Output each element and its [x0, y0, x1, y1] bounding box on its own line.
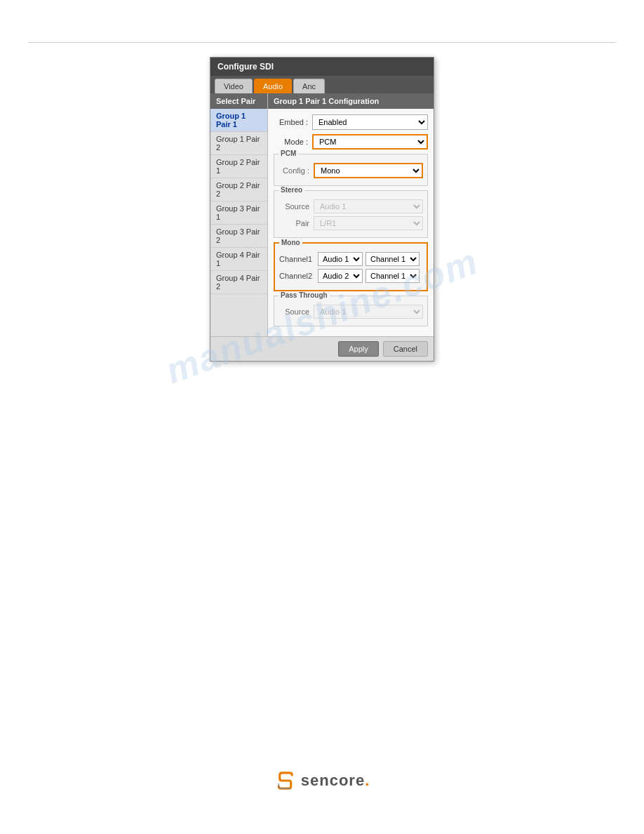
dialog-title-text: Configure SDI [217, 62, 274, 72]
apply-button[interactable]: Apply [338, 341, 379, 357]
sencore-text: sencore. [301, 772, 370, 790]
mode-row: Mode : PCM [274, 134, 428, 150]
stereo-pair-row: Pair L/R1 [279, 216, 423, 230]
stereo-section-title: Stereo [279, 186, 304, 194]
mono-section: Mono Channel1 Audio 1 Channel 1 [274, 242, 428, 291]
mono-section-title: Mono [279, 239, 302, 246]
sidebar-item-group4pair1[interactable]: Group 4 Pair 1 [210, 248, 267, 271]
sidebar-item-group1pair2[interactable]: Group 1 Pair 2 [210, 132, 267, 155]
channel1-channel-select[interactable]: Channel 1 [365, 252, 420, 266]
logo-container: sencore. [274, 769, 370, 792]
sencore-s-icon [274, 769, 297, 792]
tab-video[interactable]: Video [215, 79, 253, 93]
channel1-label: Channel1 [279, 255, 318, 263]
channel2-row: Channel2 Audio 2 Channel 1 [279, 269, 422, 283]
pass-source-label: Source [279, 307, 314, 316]
stereo-content: Source Audio 1 Pair L/R1 [279, 199, 423, 230]
config-select[interactable]: Mono [314, 163, 423, 178]
embed-label: Embed : [274, 118, 312, 126]
dialog-body: Select Pair Group 1 Pair 1 Group 1 Pair … [210, 93, 434, 336]
sidebar-item-group3pair1[interactable]: Group 3 Pair 1 [210, 201, 267, 225]
sidebar-item-group1pair1[interactable]: Group 1 Pair 1 [210, 109, 267, 132]
sidebar-item-group2pair1[interactable]: Group 2 Pair 1 [210, 155, 267, 178]
config-body: Embed : Enabled Mode : PCM P [268, 109, 434, 336]
config-label: Config : [279, 166, 314, 175]
channel2-channel-select[interactable]: Channel 1 [365, 269, 420, 283]
pass-through-title: Pass Through [279, 291, 330, 299]
pass-through-content: Source Audio 1 [279, 305, 423, 319]
dialog-title: Configure SDI [210, 58, 434, 76]
sidebar-header: Select Pair [210, 93, 267, 109]
stereo-source-select[interactable]: Audio 1 [314, 199, 423, 213]
tab-audio[interactable]: Audio [254, 79, 292, 93]
stereo-pair-select[interactable]: L/R1 [314, 216, 423, 230]
config-row: Config : Mono [279, 163, 423, 178]
channel2-label: Channel2 [279, 272, 318, 280]
pass-source-row: Source Audio 1 [279, 305, 423, 319]
dialog-wrapper: Configure SDI Video Audio Anc Select Pai… [0, 57, 644, 362]
stereo-section: Stereo Source Audio 1 Pair [274, 190, 428, 238]
mode-label: Mode : [274, 138, 312, 146]
dialog-tabs: Video Audio Anc [210, 76, 434, 93]
top-divider [28, 42, 616, 43]
stereo-pair-label: Pair [279, 219, 314, 227]
configure-sdi-dialog: Configure SDI Video Audio Anc Select Pai… [210, 57, 434, 362]
config-header-text: Group 1 Pair 1 Configuration [268, 93, 434, 109]
select-pair-sidebar: Select Pair Group 1 Pair 1 Group 1 Pair … [210, 93, 268, 336]
cancel-button[interactable]: Cancel [383, 341, 428, 357]
dialog-footer: Apply Cancel [210, 336, 434, 361]
sencore-logo: sencore. [274, 769, 370, 792]
channel1-source-select[interactable]: Audio 1 [318, 252, 363, 266]
channel1-row: Channel1 Audio 1 Channel 1 [279, 252, 422, 266]
stereo-source-label: Source [279, 202, 314, 211]
pass-through-section: Pass Through Source Audio 1 [274, 296, 428, 326]
pcm-section: PCM Config : Mono [274, 154, 428, 186]
pass-source-select[interactable]: Audio 1 [314, 305, 423, 319]
sidebar-item-group3pair2[interactable]: Group 3 Pair 2 [210, 225, 267, 248]
channel2-source-select[interactable]: Audio 2 [318, 269, 363, 283]
stereo-source-row: Source Audio 1 [279, 199, 423, 213]
embed-row: Embed : Enabled [274, 114, 428, 130]
mode-select[interactable]: PCM [312, 134, 428, 150]
pcm-content: Config : Mono [279, 163, 423, 178]
sidebar-item-group2pair2[interactable]: Group 2 Pair 2 [210, 178, 267, 201]
embed-select[interactable]: Enabled [312, 114, 428, 130]
sencore-dot: . [365, 772, 370, 789]
sidebar-item-group4pair2[interactable]: Group 4 Pair 2 [210, 271, 267, 294]
tab-anc[interactable]: Anc [293, 79, 325, 93]
mono-content: Channel1 Audio 1 Channel 1 Channel2 [279, 252, 422, 283]
pcm-section-title: PCM [279, 150, 298, 157]
config-panel: Group 1 Pair 1 Configuration Embed : Ena… [268, 93, 434, 336]
